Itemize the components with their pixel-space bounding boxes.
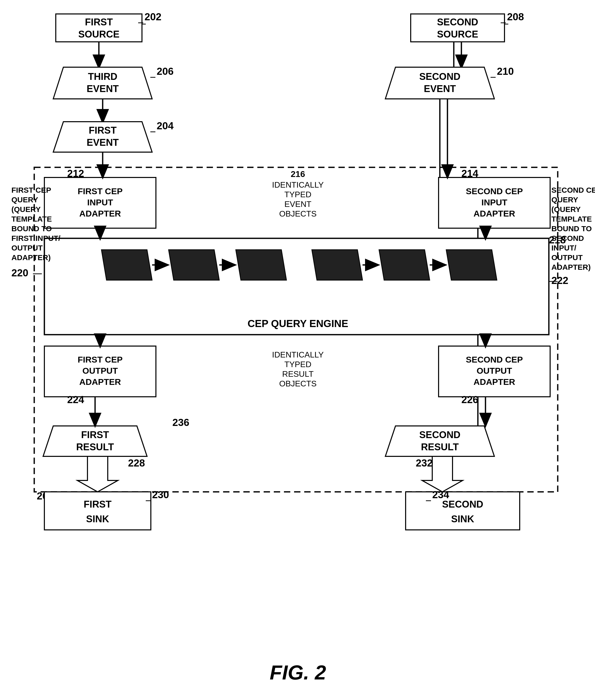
svg-text:TEMPLATE: TEMPLATE xyxy=(11,215,52,223)
svg-text:FIRST CEP: FIRST CEP xyxy=(11,186,51,194)
svg-marker-59 xyxy=(312,250,363,280)
svg-text:TYPED: TYPED xyxy=(284,360,312,369)
svg-text:FIRST: FIRST xyxy=(89,125,117,136)
svg-text:RESULT: RESULT xyxy=(76,442,114,452)
svg-text:EVENT: EVENT xyxy=(87,83,119,94)
svg-marker-56 xyxy=(169,250,219,280)
diagram-container: FIRST SOURCE 202 SECOND SOURCE 208 THIRD… xyxy=(0,0,595,700)
svg-text:ADAPTER): ADAPTER) xyxy=(551,263,591,271)
svg-text:RESULT: RESULT xyxy=(282,369,314,379)
svg-text:ADAPTER: ADAPTER xyxy=(79,209,121,218)
svg-text:ADAPTER): ADAPTER) xyxy=(11,253,51,262)
svg-text:SINK: SINK xyxy=(451,514,474,524)
svg-text:SOURCE: SOURCE xyxy=(78,29,120,39)
svg-text:THIRD: THIRD xyxy=(88,71,117,82)
svg-marker-106 xyxy=(77,456,118,492)
svg-text:222: 222 xyxy=(551,275,568,286)
svg-text:SECOND: SECOND xyxy=(437,17,478,27)
svg-text:232: 232 xyxy=(416,457,433,469)
svg-text:230: 230 xyxy=(152,489,169,500)
svg-text:FIRST INPUT/: FIRST INPUT/ xyxy=(11,234,61,242)
svg-text:(QUERY: (QUERY xyxy=(551,205,581,214)
svg-text:OUTPUT: OUTPUT xyxy=(82,366,118,375)
svg-text:SECOND: SECOND xyxy=(551,234,584,242)
svg-text:212: 212 xyxy=(67,168,84,179)
svg-text:SECOND: SECOND xyxy=(442,499,483,510)
svg-text:228: 228 xyxy=(128,457,145,469)
svg-text:IDENTICALLY: IDENTICALLY xyxy=(272,350,324,359)
svg-text:SECOND CEP: SECOND CEP xyxy=(466,355,523,364)
svg-text:EVENT: EVENT xyxy=(424,83,456,94)
svg-text:ADAPTER: ADAPTER xyxy=(79,377,121,387)
svg-text:FIRST CEP: FIRST CEP xyxy=(78,186,123,196)
svg-text:SECOND: SECOND xyxy=(419,429,461,440)
svg-marker-61 xyxy=(379,250,430,280)
svg-text:214: 214 xyxy=(461,168,478,179)
svg-text:216: 216 xyxy=(291,169,305,179)
svg-text:SECOND CEP: SECOND CEP xyxy=(466,186,523,196)
svg-text:202: 202 xyxy=(144,11,162,22)
svg-text:CEP QUERY ENGINE: CEP QUERY ENGINE xyxy=(248,318,348,329)
svg-text:OBJECTS: OBJECTS xyxy=(279,209,317,218)
svg-text:SINK: SINK xyxy=(86,514,109,524)
svg-text:224: 224 xyxy=(67,394,84,405)
svg-text:INPUT: INPUT xyxy=(87,197,113,207)
svg-text:FIRST: FIRST xyxy=(85,17,113,27)
svg-text:SOURCE: SOURCE xyxy=(437,29,478,39)
svg-text:SECOND: SECOND xyxy=(419,71,461,82)
svg-text:INPUT: INPUT xyxy=(481,197,507,207)
svg-text:QUERY: QUERY xyxy=(551,195,578,204)
svg-text:208: 208 xyxy=(507,11,524,22)
svg-text:RESULT: RESULT xyxy=(421,442,459,452)
svg-text:OBJECTS: OBJECTS xyxy=(279,379,317,388)
svg-text:ADAPTER: ADAPTER xyxy=(474,377,515,387)
svg-text:FIRST: FIRST xyxy=(84,499,112,510)
svg-text:TYPED: TYPED xyxy=(284,190,312,199)
svg-text:IDENTICALLY: IDENTICALLY xyxy=(272,180,324,189)
svg-text:BOUND TO: BOUND TO xyxy=(11,224,52,233)
svg-text:OUTPUT: OUTPUT xyxy=(551,253,583,262)
svg-text:TEMPLATE: TEMPLATE xyxy=(551,215,592,223)
svg-text:(QUERY: (QUERY xyxy=(11,205,41,214)
svg-text:226: 226 xyxy=(461,394,478,405)
svg-marker-63 xyxy=(446,250,497,280)
svg-text:FIG. 2: FIG. 2 xyxy=(270,661,326,684)
svg-text:INPUT/: INPUT/ xyxy=(551,244,576,252)
svg-text:EVENT: EVENT xyxy=(284,199,312,209)
svg-text:ADAPTER: ADAPTER xyxy=(474,209,515,218)
svg-text:220: 220 xyxy=(11,267,28,278)
svg-text:SECOND CEP: SECOND CEP xyxy=(551,186,595,194)
svg-text:OUTPUT: OUTPUT xyxy=(477,366,512,375)
svg-text:QUERY: QUERY xyxy=(11,195,38,204)
svg-text:204: 204 xyxy=(157,120,174,131)
svg-text:FIRST CEP: FIRST CEP xyxy=(78,355,123,364)
svg-text:210: 210 xyxy=(497,66,514,77)
svg-marker-58 xyxy=(236,250,286,280)
svg-text:EVENT: EVENT xyxy=(87,137,119,148)
svg-text:206: 206 xyxy=(157,66,174,77)
svg-text:236: 236 xyxy=(172,417,189,428)
diagram-svg: FIRST SOURCE 202 SECOND SOURCE 208 THIRD… xyxy=(0,0,595,700)
svg-marker-54 xyxy=(102,250,152,280)
svg-text:BOUND TO: BOUND TO xyxy=(551,224,592,233)
svg-text:FIRST: FIRST xyxy=(81,429,109,440)
svg-text:OUTPUT: OUTPUT xyxy=(11,244,42,252)
